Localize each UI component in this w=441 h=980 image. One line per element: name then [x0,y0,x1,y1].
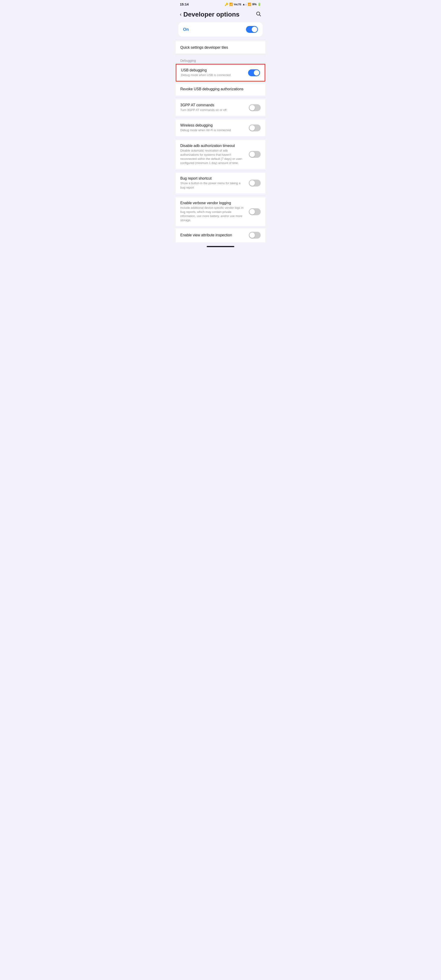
bug-report-section: Bug report shortcut Show a button in the… [176,173,265,193]
developer-options-toggle[interactable] [246,26,258,33]
quick-settings-item[interactable]: Quick settings developer tiles [176,41,265,54]
usb-debugging-highlighted: USB debugging Debug mode when USB is con… [176,64,265,81]
disable-adb-item[interactable]: Disable adb authorization timeout Disabl… [176,140,265,169]
3gpp-subtitle: Turn 3GPP AT commands on or off. [180,108,246,112]
usb-debugging-toggle[interactable] [248,69,260,76]
view-attribute-title: Enable view attribute inspection [180,233,246,237]
verbose-logging-subtitle: Include additional device-specific vendo… [180,206,246,223]
revoke-usb-item[interactable]: Revoke USB debugging authorizations [176,83,265,95]
usb-debugging-text: USB debugging Debug mode when USB is con… [181,68,248,77]
revoke-usb-section: Revoke USB debugging authorizations [176,83,265,95]
bug-report-slider [249,180,261,186]
3gpp-text: 3GPP AT commands Turn 3GPP AT commands o… [180,103,249,112]
header-left: ‹ Developer options [180,11,240,18]
verbose-logging-title: Enable verbose vendor logging [180,201,246,205]
wireless-debug-text: Wireless debugging Debug mode when Wi-Fi… [180,123,249,132]
view-attribute-toggle[interactable] [249,232,261,239]
verbose-logging-section: Enable verbose vendor logging Include ad… [176,197,265,226]
usb-debugging-subtitle: Debug mode when USB is connected [181,73,245,77]
bug-report-title: Bug report shortcut [180,177,246,181]
disable-adb-section: Disable adb authorization timeout Disabl… [176,140,265,169]
divider-1 [176,97,265,98]
status-bar: 15:14 🔑 📶 VoLTE ▲↓ 📶 9% 🔋 [176,0,265,8]
home-indicator [207,246,234,247]
3gpp-title: 3GPP AT commands [180,103,246,107]
verbose-logging-toggle[interactable] [249,208,261,215]
search-button[interactable] [256,11,261,18]
revoke-usb-title: Revoke USB debugging authorizations [180,87,258,91]
divider-5 [176,195,265,196]
verbose-logging-item[interactable]: Enable verbose vendor logging Include ad… [176,197,265,226]
disable-adb-title: Disable adb authorization timeout [180,144,246,148]
wireless-debug-item[interactable]: Wireless debugging Debug mode when Wi-Fi… [176,120,265,136]
wireless-debug-section: Wireless debugging Debug mode when Wi-Fi… [176,120,265,136]
3gpp-toggle[interactable] [249,104,261,111]
verbose-logging-slider [249,208,261,215]
status-time: 15:14 [180,2,189,6]
back-button[interactable]: ‹ [180,11,181,18]
view-attribute-text: Enable view attribute inspection [180,233,249,237]
developer-options-toggle-card: On [178,22,263,37]
key-icon: 🔑 [224,3,228,6]
battery-icon: 🔋 [258,3,261,6]
bug-report-subtitle: Show a button in the power menu for taki… [180,181,246,189]
bug-report-text: Bug report shortcut Show a button in the… [180,177,249,189]
top-divider [176,39,265,40]
wireless-debug-slider [249,124,261,131]
wireless-debug-toggle[interactable] [249,124,261,131]
3gpp-slider [249,104,261,111]
disable-adb-text: Disable adb authorization timeout Disabl… [180,144,249,165]
usb-debugging-item[interactable]: USB debugging Debug mode when USB is con… [177,65,264,81]
on-off-label: On [183,27,189,32]
volte-icon: VoLTE [234,3,241,6]
quick-settings-title: Quick settings developer tiles [180,46,228,49]
toggle-slider [246,26,258,33]
status-icons: 🔑 📶 VoLTE ▲↓ 📶 9% 🔋 [224,3,261,6]
3gpp-section: 3GPP AT commands Turn 3GPP AT commands o… [176,99,265,116]
wireless-debug-subtitle: Debug mode when Wi-Fi is connected [180,128,246,132]
revoke-usb-text: Revoke USB debugging authorizations [180,87,261,92]
svg-line-1 [260,15,261,16]
battery-percent: 9% [252,3,256,6]
signal-bars: 📶 [248,3,251,6]
debugging-section-label: Debugging [176,56,265,64]
bug-report-item[interactable]: Bug report shortcut Show a button in the… [176,173,265,193]
wireless-debug-title: Wireless debugging [180,123,246,127]
disable-adb-toggle[interactable] [249,151,261,158]
quick-settings-section: Quick settings developer tiles [176,41,265,54]
usb-debugging-title: USB debugging [181,68,245,72]
view-attribute-slider [249,232,261,239]
disable-adb-subtitle: Disable automatic revocation of adb auth… [180,149,246,165]
disable-adb-slider [249,151,261,158]
usb-debugging-slider [248,69,260,76]
page-header: ‹ Developer options [176,8,265,22]
verbose-logging-text: Enable verbose vendor logging Include ad… [180,201,249,223]
view-attribute-item[interactable]: Enable view attribute inspection [176,228,265,242]
bug-report-toggle[interactable] [249,180,261,186]
page-title: Developer options [183,11,239,18]
3gpp-item[interactable]: 3GPP AT commands Turn 3GPP AT commands o… [176,99,265,116]
content-area: Quick settings developer tiles Debugging… [176,39,265,242]
divider-2 [176,118,265,118]
signal-icon: ▲↓ [242,3,247,6]
wifi-icon: 📶 [229,3,233,6]
